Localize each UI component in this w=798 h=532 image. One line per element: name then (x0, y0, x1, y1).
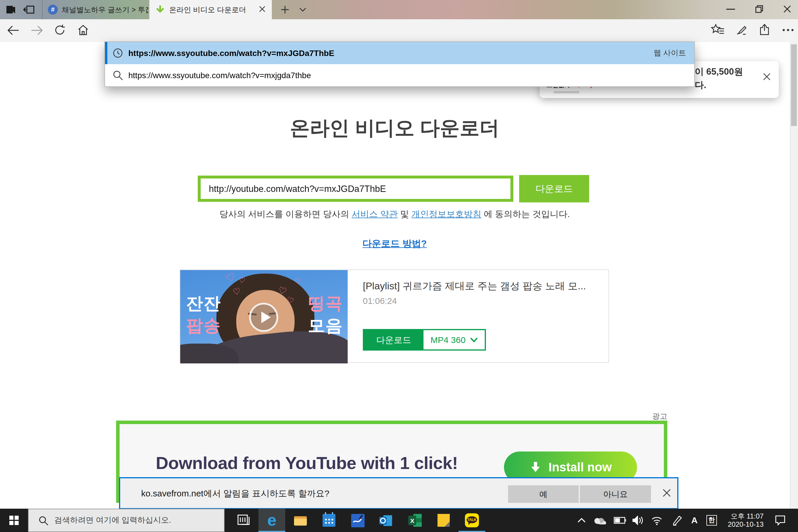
calendar-icon (323, 514, 336, 527)
action-center-icon[interactable] (775, 515, 786, 526)
download-arrow-favicon-icon (155, 5, 165, 15)
tab-preview-chevron-icon[interactable] (299, 7, 306, 12)
promo-text-line1: 이 65,500원 (695, 66, 743, 78)
tab-close-icon[interactable] (259, 6, 265, 12)
share-icon[interactable] (758, 23, 771, 36)
taskbar-search-box[interactable]: 검색하려면 여기에 입력하십시오. (28, 509, 225, 532)
download-arrow-icon (529, 461, 542, 474)
taskbar-clock[interactable]: 오후 11:07 2020-10-13 (725, 512, 764, 529)
video-url-input[interactable]: http://youtube.com/watch?v=mxJGDa7ThbE (198, 176, 513, 202)
tab-label: 채널별노하우 글쓰기 > 투잡 (62, 5, 148, 15)
home-icon[interactable] (77, 24, 89, 36)
taskbar-sticky-notes-button[interactable] (430, 509, 457, 532)
set-tabs-aside-icon[interactable] (23, 5, 35, 14)
terms-text: 당사의 서비스를 이용하면 당사의 (219, 209, 352, 219)
forward-icon[interactable] (30, 24, 43, 36)
download-button[interactable]: 다운로드 (519, 175, 589, 203)
onedrive-icon[interactable] (594, 516, 607, 525)
suggestion-search-row[interactable]: https://www.ssyoutube.com/watch?v=mxjgda… (105, 64, 694, 86)
notification-permission-dialog: ko.savefrom.net에서 알림을 표시하도록 할까요? 예 아니요 (119, 477, 679, 509)
play-button-icon[interactable] (249, 303, 278, 332)
running-indicator (259, 531, 285, 532)
taskbar-excel-button[interactable]: X (401, 509, 428, 532)
window-restore-icon[interactable] (755, 5, 763, 13)
promo-close-icon[interactable] (763, 73, 771, 80)
format-value: MP4 360 (431, 330, 466, 349)
tab-blog-writing[interactable]: # 채널별노하우 글쓰기 > 투잡 (42, 0, 151, 19)
address-suggestions: https://www.ssyoutube.com/watch?v=mxJGDa… (104, 41, 695, 87)
clock-time: 오후 11:07 (725, 512, 764, 520)
browser-toolbar: https://www.ssyoutube.com/watch?v=mxJGDa… (0, 19, 798, 42)
suggestion-url: https://www.ssyoutube.com/watch?v=mxjgda… (128, 64, 311, 86)
privacy-policy-link[interactable]: 개인정보보호방침 (412, 209, 481, 219)
tab-video-downloader[interactable]: 온라인 비디오 다운로더 (149, 0, 272, 19)
search-placeholder: 검색하려면 여기에 입력하십시오. (54, 509, 171, 531)
taskbar-edge-button[interactable]: e (259, 509, 285, 532)
taskbar-file-explorer-button[interactable] (287, 509, 314, 532)
format-select[interactable]: MP4 360 (423, 330, 485, 349)
search-icon (38, 516, 49, 526)
dialog-yes-button[interactable]: 예 (508, 485, 579, 503)
whiteboard-icon (351, 514, 364, 527)
dialog-close-icon[interactable] (663, 489, 671, 497)
favorites-hub-icon[interactable] (711, 23, 724, 36)
new-tab-icon[interactable] (281, 6, 289, 14)
terms-text: 에 동의하는 것입니다. (481, 209, 570, 219)
excel-icon: X (408, 514, 421, 527)
wifi-icon[interactable] (651, 516, 663, 525)
terms-of-service-link[interactable]: 서비스 약관 (352, 209, 398, 219)
dialog-text: ko.savefrom.net에서 알림을 표시하도록 할까요? (141, 478, 329, 508)
task-view-icon (238, 514, 250, 526)
battery-icon[interactable] (614, 517, 627, 524)
taskbar-outlook-button[interactable] (373, 509, 400, 532)
start-button[interactable] (0, 509, 28, 532)
video-download-button[interactable]: 다운로드 (364, 330, 423, 349)
dialog-no-button[interactable]: 아니요 (580, 485, 651, 503)
terms-line: 당사의 서비스를 이용하면 당사의 서비스 약관 및 개인정보보호방침 에 동의… (0, 209, 789, 220)
svg-text:X: X (410, 517, 414, 524)
how-to-download-link[interactable]: 다운로드 방법? (363, 239, 427, 248)
web-note-pen-icon[interactable] (735, 23, 748, 36)
ad-label: 광고 (638, 411, 667, 422)
more-menu-icon[interactable] (782, 28, 794, 32)
task-view-button[interactable] (230, 509, 257, 532)
hash-favicon-icon: # (48, 5, 58, 15)
video-duration: 01:06:24 (363, 296, 397, 306)
windows-logo-icon (10, 516, 19, 525)
tray-pen-icon[interactable] (672, 515, 683, 526)
thumbnail-word: 팝송 (186, 316, 221, 336)
taskbar-calendar-button[interactable] (316, 509, 342, 532)
chevron-down-icon (470, 337, 478, 342)
tabs-set-aside-list-icon[interactable] (6, 5, 16, 14)
ime-language-indicator[interactable]: A (691, 509, 698, 532)
thumbnail-word: 모음 (308, 316, 343, 336)
ime-korean-indicator[interactable]: 한 (706, 515, 717, 526)
volume-icon[interactable] (632, 516, 644, 525)
video-url-value: http://youtube.com/watch?v=mxJGDa7ThbE (209, 178, 386, 199)
tab-bar: # 채널별노하우 글쓰기 > 투잡 온라인 비디오 다운로더 (0, 0, 798, 19)
tab-label: 온라인 비디오 다운로더 (169, 5, 254, 15)
promo-text-line2: 다. (695, 79, 706, 92)
back-icon[interactable] (7, 24, 20, 36)
window-minimize-icon[interactable] (726, 9, 735, 11)
clock-date: 2020-10-13 (725, 520, 764, 529)
promo-caption-placeholder (554, 91, 579, 93)
taskbar-whiteboard-button[interactable] (344, 509, 371, 532)
suggestion-history-row[interactable]: https://www.ssyoutube.com/watch?v=mxJGDa… (105, 42, 694, 64)
terms-text: 및 (398, 209, 412, 219)
video-thumbnail[interactable]: ♡ ♡ ♡ ♡ ♡ ♡ 잔잔 팝송 띵곡 모음 (180, 270, 348, 363)
install-now-label: Install now (548, 460, 612, 474)
tray-chevron-up-icon[interactable] (577, 517, 586, 522)
thumbnail-word: 잔잔 (186, 293, 221, 313)
taskbar: 검색하려면 여기에 입력하십시오. e (0, 509, 798, 532)
heart-doodle-icon: ♡ (294, 277, 302, 286)
page-scrollbar-thumb[interactable] (791, 44, 797, 126)
file-explorer-icon (294, 514, 307, 526)
screen: # 채널별노하우 글쓰기 > 투잡 온라인 비디오 다운로더 (0, 0, 798, 532)
how-to-download-wrap: 다운로드 방법? (0, 238, 789, 250)
taskbar-kakaotalk-button[interactable]: TALK (458, 509, 485, 532)
thumbnail-word: 띵곡 (308, 293, 343, 313)
video-download-split-button: 다운로드 MP4 360 (363, 329, 486, 350)
refresh-icon[interactable] (54, 24, 66, 36)
window-close-icon[interactable] (783, 5, 791, 13)
